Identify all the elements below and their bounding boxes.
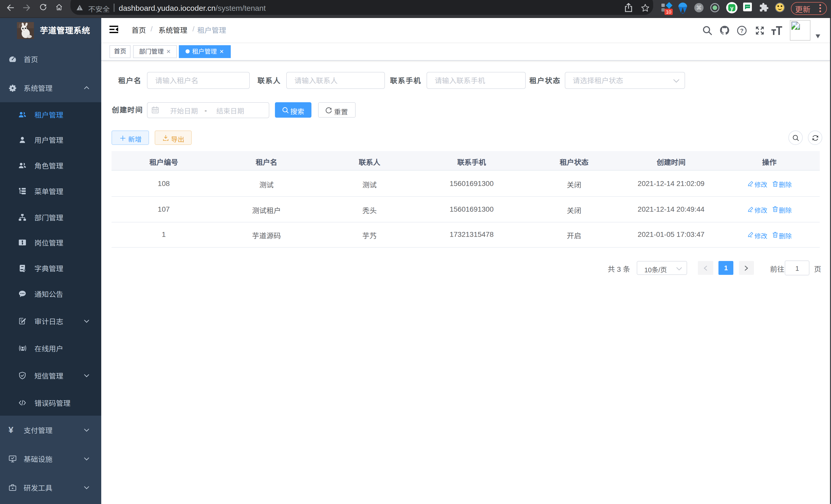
svg-text:⌘: ⌘ xyxy=(696,4,702,11)
svg-text:10: 10 xyxy=(666,9,671,14)
svg-text:y: y xyxy=(730,5,733,11)
svg-text:?: ? xyxy=(740,27,744,34)
